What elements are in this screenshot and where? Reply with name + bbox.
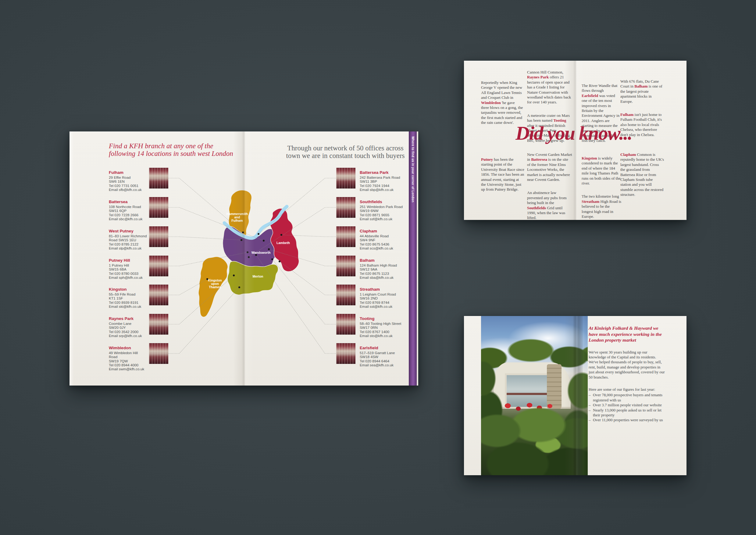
branch-detail-line: SW19 7QW [109,359,147,363]
branch-entry-balham: Balham124 Balham High RoadSW12 9AATel 02… [336,258,403,280]
branch-detail-line: SW20 0JY [109,326,147,330]
branch-detail-line: Tel 020 8780 0033 [109,272,147,276]
branch-detail-line: Email sfb@kfh.co.uk [109,188,147,192]
storefront-photo [336,256,355,276]
branch-detail-line: 44 Abbeville Road [360,234,403,238]
borough-highlight: Fulham [620,112,634,117]
fact-column: New Covent Garden Market in Battersea is… [527,152,572,229]
fact-paragraph: Kingston is widely considered to mark th… [581,156,622,186]
branch-detail-line: 108 Northcote Road [109,205,147,209]
branch-detail-line: Email sbp@kfh.co.uk [360,188,403,192]
branch-name: Putney Hill [109,258,147,263]
branch-locations-spread: Find a KFH branch at any one of the foll… [69,131,418,385]
did-you-know-title: Did you know... [464,122,684,144]
branch-name: West Putney [109,229,147,233]
branch-detail-line: Coombe Lane [109,322,147,326]
branch-name: Battersea Park [360,170,403,175]
figures-intro: Here are some of our figures for last ye… [589,387,665,392]
branch-dot [240,239,242,241]
branch-entry-tooting: Tooting58–60 Tooting High StreetSW17 0RN… [336,316,403,338]
branch-dot [247,251,249,253]
branch-dot [257,233,259,235]
storefront-photo [336,285,355,305]
borough-highlight: Southfields [527,206,546,210]
fact-paragraph: Reportedly when King George V opened the… [481,80,523,126]
branch-name: Southfields [360,200,403,204]
branch-detail-line: Email swm@kfh.co.uk [109,367,147,371]
branch-detail-line: Tel 020 8944 4000 [109,363,147,367]
did-you-know-spread: Reportedly when King George V opened the… [464,61,687,220]
branch-detail-line: Email srp@kfh.co.uk [109,334,147,338]
branch-detail-line: 124 Balham High Road [360,264,403,268]
branch-detail-line: SW18 4SW [360,355,403,359]
fact-paragraph: Cannon Hill Common, Raynes Park offers 2… [527,70,572,105]
branch-name: Wimbledon [109,346,147,350]
branch-dot [268,248,270,250]
storefront-photo [149,168,168,188]
branch-detail-line: KT1 1SF [109,296,147,300]
storefront-photo [336,314,355,335]
branch-detail-line: Email ski@kfh.co.uk [109,305,147,309]
experience-paragraph: We've spent 30 years building up our kno… [589,350,665,380]
branch-detail-line: SW15 6BA [109,268,147,271]
branch-detail-line: SW4 9NF [360,238,403,242]
branch-detail-line: 55–59 Fife Road [109,293,147,296]
borough-highlight: Clapham [620,152,636,157]
branch-name: Tooting [360,316,403,321]
branch-detail-line: 1 Leigham Court Road [360,293,403,296]
branch-detail-line: 1 Putney Hill [109,264,147,268]
branch-detail-line: Tel 020 7228 2666 [109,213,147,217]
storefront-photo [336,343,355,364]
branch-dot [238,286,240,288]
fact-paragraph: An abstinence law prevented any pubs fro… [527,190,572,220]
branch-entry-clapham: Clapham44 Abbeville RoadSW4 9NFTel 020 8… [336,229,403,250]
branch-detail-line: Email sph@kfh.co.uk [109,276,147,280]
map-label-merton: Merton [253,274,263,278]
storefront-photo [149,197,168,218]
figure-item: –Over 11,000 properties were surveyed by… [589,418,665,422]
borough-highlight: Earlsfield [581,93,598,98]
branch-detail-line: Road SW15 1EU [109,238,147,242]
branch-name: Balham [360,258,403,263]
fact-column: Clapham Common is reputedly home to the … [620,152,664,206]
map-label-hammersmith-line3: Fulham [231,219,243,222]
storefront-photo [336,168,355,188]
fact-paragraph: New Covent Garden Market in Battersea is… [527,152,572,182]
experience-spread: At Kinleigh Folkard & Hayward we have mu… [464,316,687,475]
branch-detail-line: SW16 2ND [360,296,403,300]
branch-detail-line: Email sst@kfh.co.uk [360,305,403,309]
branch-name: Streatham [360,287,403,292]
fact-paragraph: With 676 flats, Du Cane Court in Balham … [620,79,663,104]
branch-detail-line: Tel 020 8871 9655 [360,213,403,217]
branch-entry-battersea: Battersea108 Northcote RoadSW11 6QPTel 0… [109,200,168,221]
branch-detail-line: Tel 020 8939 8191 [109,301,147,305]
photo-fold-crease [573,316,583,475]
branch-detail-line: Email scs@kfh.co.uk [360,246,403,250]
borough-highlight: Raynes Park [527,75,549,79]
leader-line [258,178,336,234]
branch-dot [242,232,244,233]
branch-name: Kingston [109,287,147,292]
branch-name: Battersea [109,200,147,204]
branch-dot [248,256,250,258]
branch-detail-line: Tel 020 3542 2000 [109,330,147,334]
borough-highlight: Tooting [553,118,566,123]
branch-name: Clapham [360,229,403,233]
borough-highlight: Balham [634,84,647,89]
borough-highlight: Putney [481,157,493,162]
branch-entry-putney-hill: Putney Hill1 Putney HillSW15 6BATel 020 … [109,258,168,280]
figure-item: –Over 78,000 prospective buyers and tena… [589,393,665,403]
figures-list: –Over 78,000 prospective buyers and tena… [589,393,665,422]
branch-entry-fulham: Fulham29 Effie RoadSW6 1ENTel 020 7731 0… [109,170,168,192]
borough-highlight: Battersea [531,157,547,162]
dash-icon: – [589,408,591,413]
dash-icon: – [589,393,591,397]
branch-detail-line: 29 Effie Road [109,176,147,180]
figure-item: –Nearly 13,000 people asked us to sell o… [589,408,665,418]
branch-dot [281,234,282,236]
fact-paragraph: The two kilometre long Streatham High Ro… [581,194,622,219]
borough-highlight: Wimbledon [481,100,501,105]
branch-detail-line: Tel 020 8675 1123 [360,272,403,276]
experience-paragraphs: We've spent 30 years building up our kno… [589,350,665,380]
fact-paragraph: Putney has been the starting point of th… [481,157,524,192]
